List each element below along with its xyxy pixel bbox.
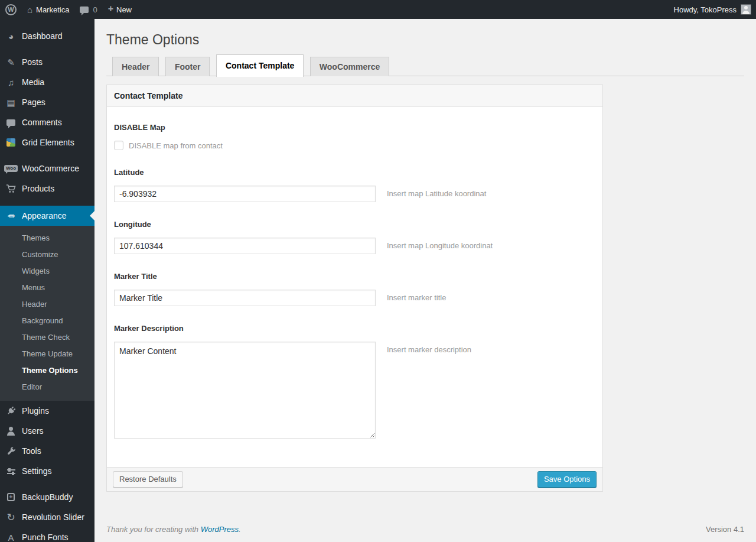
sidebar-item-label: Tools xyxy=(22,446,41,456)
submenu-item-background[interactable]: Background xyxy=(0,313,94,329)
sidebar-item-label: BackupBuddy xyxy=(22,492,73,502)
disable-map-checkbox[interactable] xyxy=(114,141,123,150)
sidebar-item-label: Products xyxy=(22,184,54,193)
sidebar-item-label: Punch Fonts xyxy=(22,533,69,542)
sidebar-item-users[interactable]: Users xyxy=(0,421,94,441)
media-icon: ♫ xyxy=(5,78,17,87)
sidebar-item-posts[interactable]: ✎ Posts xyxy=(0,52,94,72)
sidebar-item-label: Users xyxy=(22,426,44,436)
sidebar-item-label: Revolution Slider xyxy=(22,512,84,522)
tab-woocommerce[interactable]: WooCommerce xyxy=(310,57,389,76)
sidebar-item-dashboard[interactable]: ◕ Dashboard xyxy=(0,26,94,46)
footer-thanks-period: . xyxy=(239,525,241,534)
comments-bubble-icon xyxy=(5,119,17,126)
submenu-item-editor[interactable]: Editor xyxy=(0,379,94,395)
tab-footer[interactable]: Footer xyxy=(165,57,210,76)
new-label: New xyxy=(116,5,132,14)
sidebar-item-label: Comments xyxy=(22,118,62,127)
submenu-item-widgets[interactable]: Widgets xyxy=(0,263,94,280)
site-name-menu[interactable]: ⌂ Marketica xyxy=(22,0,74,19)
site-name: Marketica xyxy=(36,5,69,14)
tab-header[interactable]: Header xyxy=(112,57,159,76)
sidebar-item-label: Grid Elements xyxy=(22,138,74,147)
submenu-item-themes[interactable]: Themes xyxy=(0,230,94,246)
dashboard-icon: ◕ xyxy=(5,32,17,41)
contact-template-panel: Contact Template DISABLE Map DISABLE map… xyxy=(106,85,603,492)
backup-drive-icon: + xyxy=(5,493,17,501)
sidebar-item-tools[interactable]: Tools xyxy=(0,441,94,461)
sidebar-item-products[interactable]: Products xyxy=(0,178,94,199)
plug-icon xyxy=(5,406,17,416)
latitude-label: Latitude xyxy=(114,168,595,177)
main-content: Theme Options Header Footer Contact Temp… xyxy=(94,19,756,542)
woocommerce-icon: Woo xyxy=(5,165,17,172)
plus-icon: + xyxy=(108,4,113,14)
field-longitude: Longitude Insert map Longitude koordinat xyxy=(114,220,595,254)
admin-bar-left: W ⌂ Marketica 0 + New xyxy=(0,0,137,19)
wp-logo-menu[interactable]: W xyxy=(0,0,22,19)
wordpress-logo-icon: W xyxy=(5,4,17,15)
submenu-item-theme-update[interactable]: Theme Update xyxy=(0,346,94,362)
settings-sliders-icon xyxy=(5,468,17,475)
sidebar-item-label: Dashboard xyxy=(22,31,63,41)
tab-bar: Header Footer Contact Template WooCommer… xyxy=(106,54,744,76)
sidebar-item-label: Appearance xyxy=(22,211,67,220)
appearance-submenu: Themes Customize Widgets Menus Header Ba… xyxy=(0,226,94,401)
sidebar-item-plugins[interactable]: Plugins xyxy=(0,401,94,421)
footer-thanks: Thank you for creating with WordPress. xyxy=(106,525,241,534)
marker-title-hint: Insert marker title xyxy=(387,293,446,302)
menu-separator xyxy=(0,199,94,206)
marker-description-textarea[interactable]: Marker Content xyxy=(114,342,376,439)
admin-bar-right: Howdy, TokoPress xyxy=(669,0,756,19)
longitude-input[interactable] xyxy=(114,238,376,254)
page-title: Theme Options xyxy=(106,19,744,48)
marker-title-row: Insert marker title xyxy=(114,290,595,306)
sidebar-item-woocommerce[interactable]: Woo WooCommerce xyxy=(0,158,94,178)
wordpress-link[interactable]: WordPress xyxy=(201,525,239,534)
menu-separator xyxy=(0,481,94,487)
submenu-item-menus[interactable]: Menus xyxy=(0,280,94,296)
sidebar-item-punch-fonts[interactable]: A Punch Fonts xyxy=(0,527,94,542)
save-options-button[interactable]: Save Options xyxy=(537,471,597,488)
submenu-item-theme-options[interactable]: Theme Options xyxy=(0,362,94,379)
tab-contact-template[interactable]: Contact Template xyxy=(216,54,304,77)
comment-bubble-icon xyxy=(80,7,89,13)
sidebar-item-media[interactable]: ♫ Media xyxy=(0,72,94,92)
paintbrush-icon: ✏ xyxy=(5,212,17,220)
wrench-icon xyxy=(5,446,17,456)
submenu-item-header[interactable]: Header xyxy=(0,296,94,313)
account-menu[interactable]: Howdy, TokoPress xyxy=(669,0,756,19)
submenu-item-customize[interactable]: Customize xyxy=(0,246,94,263)
sidebar-item-grid-elements[interactable]: Grid Elements xyxy=(0,132,94,152)
panel-footer: Restore Defaults Save Options xyxy=(107,467,602,491)
sidebar-item-revolution-slider[interactable]: ↻ Revolution Slider xyxy=(0,507,94,527)
howdy-text: Howdy, TokoPress xyxy=(674,5,737,14)
cart-icon xyxy=(5,184,17,193)
sidebar-item-backupbuddy[interactable]: + BackupBuddy xyxy=(0,487,94,507)
sidebar-item-settings[interactable]: Settings xyxy=(0,461,94,481)
sidebar-item-appearance[interactable]: ✏ Appearance xyxy=(0,206,94,226)
comments-menu[interactable]: 0 xyxy=(74,0,102,19)
panel-body: DISABLE Map DISABLE map from contact Lat… xyxy=(107,107,602,467)
user-icon xyxy=(5,427,17,436)
marker-title-input[interactable] xyxy=(114,290,376,306)
grid-elements-icon xyxy=(5,138,17,147)
sidebar-item-label: Posts xyxy=(22,57,43,67)
latitude-input[interactable] xyxy=(114,186,376,202)
pages-icon: ▤ xyxy=(5,98,17,107)
longitude-hint: Insert map Longitude koordinat xyxy=(387,241,493,250)
restore-defaults-button[interactable]: Restore Defaults xyxy=(113,471,183,488)
field-disable-map: DISABLE Map DISABLE map from contact xyxy=(114,123,595,150)
submenu-item-theme-check[interactable]: Theme Check xyxy=(0,329,94,346)
sidebar-item-pages[interactable]: ▤ Pages xyxy=(0,92,94,112)
new-content-menu[interactable]: + New xyxy=(103,0,137,19)
version-text: Version 4.1 xyxy=(706,525,744,534)
refresh-arrows-icon: ↻ xyxy=(5,512,17,522)
longitude-label: Longitude xyxy=(114,220,595,229)
disable-map-label: DISABLE Map xyxy=(114,123,595,132)
panel-title: Contact Template xyxy=(107,85,602,107)
field-latitude: Latitude Insert map Latitude koordinat xyxy=(114,168,595,202)
sidebar-item-comments[interactable]: Comments xyxy=(0,112,94,132)
latitude-row: Insert map Latitude koordinat xyxy=(114,186,595,202)
menu-separator xyxy=(0,46,94,52)
